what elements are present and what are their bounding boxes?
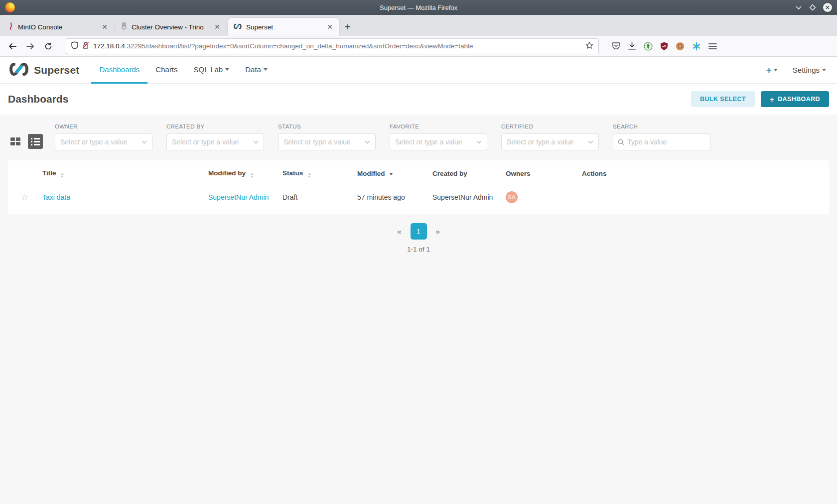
chevron-down-icon [365, 140, 370, 144]
nav-item-dashboards[interactable]: Dashboards [91, 57, 147, 84]
minimize-button[interactable] [795, 5, 802, 10]
previous-page-button[interactable]: « [393, 225, 405, 238]
dashboard-table: Title Modified by Status Modified [8, 161, 829, 211]
forward-button[interactable] [23, 39, 38, 54]
modified-cell: 57 minutes ago [357, 184, 432, 211]
dashboard-title-link[interactable]: Taxi data [42, 193, 70, 201]
cookie-icon[interactable] [676, 42, 685, 51]
url-host: 172.18.0.4 [93, 42, 125, 50]
favorite-star-icon[interactable]: ☆ [21, 193, 28, 202]
filter-certified: CERTIFIED Select or type a value [501, 124, 599, 150]
url-path: :32295/dashboard/list/?pageIndex=0&sortC… [125, 42, 473, 50]
superset-brand[interactable]: Superset [8, 57, 79, 83]
dashboard-list-content: OWNER Select or type a value CREATED BY … [0, 115, 837, 473]
ublock-shield-icon[interactable]: uO [660, 42, 668, 50]
browser-tab-minio[interactable]: MinIO Console ✕ [3, 18, 114, 36]
superset-navbar: Superset Dashboards Charts SQL Lab Data … [0, 57, 837, 84]
firefox-logo-icon [5, 2, 15, 12]
select-placeholder: Select or type a value [507, 138, 588, 146]
browser-tab-trino[interactable]: Cluster Overview - Trino ✕ [116, 18, 226, 36]
nav-item-label: Charts [155, 65, 177, 74]
owner-select[interactable]: Select or type a value [55, 133, 152, 150]
filter-label: CERTIFIED [501, 124, 599, 129]
downloads-icon[interactable] [628, 42, 636, 50]
certified-select[interactable]: Select or type a value [501, 133, 599, 150]
next-page-button[interactable]: » [432, 225, 444, 238]
filter-search: SEARCH [613, 124, 710, 150]
column-header-modified[interactable]: Modified [357, 161, 432, 184]
new-tab-button[interactable]: + [340, 20, 356, 36]
nav-item-label: SQL Lab [194, 65, 223, 74]
column-header-title[interactable]: Title [42, 161, 208, 184]
url-text[interactable]: 172.18.0.4:32295/dashboard/list/?pageInd… [93, 42, 581, 50]
column-header-modified-by[interactable]: Modified by [208, 161, 282, 184]
card-view-toggle[interactable] [8, 134, 23, 149]
tracking-protection-shield-icon[interactable] [71, 41, 78, 51]
extension-asterisk-icon[interactable] [692, 42, 701, 51]
bulk-select-button[interactable]: BULK SELECT [691, 91, 755, 107]
table-header-row: Title Modified by Status Modified [8, 161, 829, 184]
modified-by-link[interactable]: SupersetNur Admin [208, 193, 269, 201]
search-input[interactable] [627, 138, 705, 146]
tab-close-icon[interactable]: ✕ [326, 23, 334, 31]
minio-icon [8, 22, 14, 31]
column-label: Modified [357, 170, 385, 177]
chevron-down-icon [264, 68, 268, 71]
select-placeholder: Select or type a value [395, 138, 476, 146]
tab-close-icon[interactable]: ✕ [101, 23, 109, 31]
status-select[interactable]: Select or type a value [278, 133, 376, 150]
column-label: Actions [582, 170, 607, 177]
sort-icon [61, 173, 64, 178]
nav-item-label: Data [245, 65, 261, 74]
reload-button[interactable] [41, 39, 56, 54]
table-row: ☆ Taxi data SupersetNur Admin Draft 57 m… [8, 184, 829, 211]
plus-icon: + [770, 95, 774, 104]
sort-desc-icon [390, 173, 393, 175]
new-item-menu[interactable]: + [766, 65, 778, 76]
bookmark-star-icon[interactable] [585, 41, 593, 51]
chevron-down-icon [253, 140, 259, 144]
filter-label: CREATED BY [166, 124, 264, 129]
pagination: « 1 » [0, 223, 837, 240]
back-button[interactable] [5, 39, 20, 54]
nav-item-sql-lab[interactable]: SQL Lab [186, 57, 238, 84]
menu-hamburger-icon[interactable] [708, 43, 717, 50]
column-header-status[interactable]: Status [282, 161, 357, 184]
column-header-owners: Owners [506, 161, 582, 184]
url-bar[interactable]: 172.18.0.4:32295/dashboard/list/?pageInd… [66, 38, 599, 54]
chevron-down-icon [225, 68, 229, 71]
window-titlebar: Superset — Mozilla Firefox [0, 0, 837, 15]
pocket-icon[interactable] [612, 42, 620, 50]
nav-item-data[interactable]: Data [237, 57, 276, 84]
favorite-select[interactable]: Select or type a value [390, 133, 487, 150]
insecure-lock-icon[interactable] [82, 41, 89, 51]
settings-label: Settings [793, 66, 820, 74]
filter-label: SEARCH [613, 124, 710, 129]
filter-bar: OWNER Select or type a value CREATED BY … [0, 115, 837, 160]
nav-item-charts[interactable]: Charts [147, 57, 185, 84]
add-dashboard-label: DASHBOARD [778, 96, 820, 103]
page-1-button[interactable]: 1 [411, 223, 427, 240]
browser-tab-superset[interactable]: Superset ✕ [228, 18, 339, 36]
page-title: Dashboards [8, 93, 68, 105]
tab-close-icon[interactable]: ✕ [213, 23, 221, 31]
search-icon [618, 139, 624, 145]
column-label: Owners [506, 170, 531, 177]
superset-icon [233, 23, 242, 31]
close-button[interactable] [823, 3, 832, 12]
filter-status: STATUS Select or type a value [278, 124, 376, 150]
select-placeholder: Select or type a value [283, 138, 365, 146]
created-by-select[interactable]: Select or type a value [166, 133, 264, 150]
list-view-toggle[interactable] [28, 134, 43, 149]
add-dashboard-button[interactable]: + DASHBOARD [761, 91, 829, 107]
select-placeholder: Select or type a value [60, 138, 141, 146]
maximize-button[interactable] [809, 4, 816, 11]
filter-label: OWNER [55, 124, 152, 129]
filter-label: FAVORITE [390, 124, 487, 129]
extension-green-icon[interactable] [644, 42, 653, 51]
owner-avatar[interactable]: SA [506, 191, 518, 203]
browser-toolbar: 172.18.0.4:32295/dashboard/list/?pageInd… [0, 36, 837, 57]
nav-item-label: Dashboards [99, 65, 140, 74]
settings-menu[interactable]: Settings [793, 66, 826, 74]
favorite-column-header [8, 161, 42, 184]
